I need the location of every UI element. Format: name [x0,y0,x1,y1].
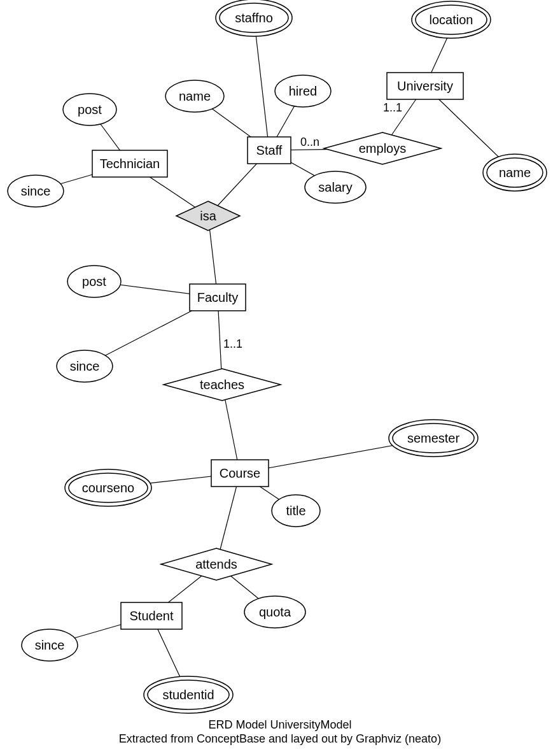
rel-isa: isa [176,201,240,231]
attr-staff-staffno-label: staffno [235,11,273,25]
attr-course-semester: semester [389,420,478,457]
attr-fac-post: post [67,266,121,297]
caption-line2: Extracted from ConceptBase and layed out… [119,732,441,745]
attr-course-title-label: title [286,504,305,518]
entity-staff: Staff [248,137,291,164]
attr-tech-post: post [63,94,116,125]
entity-faculty: Faculty [190,284,246,311]
attr-fac-post-label: post [82,274,106,288]
attr-course-courseno: courseno [65,469,151,506]
attr-staff-name: name [165,80,224,112]
attr-staff-staffno: staffno [216,0,292,36]
card-teaches-fac: 1..1 [223,338,242,350]
entity-course: Course [211,460,269,487]
entity-faculty-label: Faculty [197,290,238,304]
edge-staff-staffno [254,18,269,150]
rel-attends-label: attends [195,557,237,571]
entity-university-label: University [397,79,453,93]
attr-staff-hired-label: hired [289,84,317,98]
entity-technician-label: Technician [100,157,160,171]
attr-tech-since-label: since [21,184,51,198]
attr-fac-since-label: since [70,359,100,373]
entity-student: Student [121,602,182,629]
attr-attends-quota: quota [244,596,305,628]
attr-tech-since: since [8,175,64,207]
attr-fac-since: since [57,350,113,382]
attr-univ-location: location [412,1,491,38]
attr-staff-salary: salary [305,171,366,203]
attr-staff-name-label: name [179,89,211,103]
attr-staff-salary-label: salary [318,180,352,194]
entity-university: University [387,73,463,99]
card-employs-univ: 1..1 [383,101,402,114]
attr-tech-post-label: post [78,103,102,117]
entity-course-label: Course [220,466,260,480]
card-employs-staff: 0..n [300,136,319,148]
rel-isa-label: isa [200,209,216,223]
attr-univ-location-label: location [430,13,473,27]
attr-course-title: title [272,495,320,527]
erd-diagram: employs isa teaches attends University S… [0,0,560,754]
caption-line1: ERD Model UniversityModel [208,718,351,731]
attr-univ-name: name [483,154,547,191]
attr-student-studentid: studentid [144,676,233,713]
attr-student-since-label: since [35,638,65,652]
attr-course-courseno-label: courseno [82,481,134,495]
attr-univ-name-label: name [499,166,531,180]
attr-course-semester-label: semester [407,431,460,445]
rel-attends: attends [161,548,272,580]
attr-staff-hired: hired [275,75,331,107]
attr-attends-quota-label: quota [259,605,291,619]
entity-technician: Technician [92,150,167,177]
entity-student-label: Student [130,609,174,623]
attr-student-since: since [22,629,78,661]
rel-employs-label: employs [359,141,406,155]
rel-teaches: teaches [164,369,281,401]
rel-teaches-label: teaches [200,378,244,392]
attr-student-studentid-label: studentid [162,688,214,702]
rel-employs: employs [324,132,441,164]
entity-staff-label: Staff [256,143,283,157]
